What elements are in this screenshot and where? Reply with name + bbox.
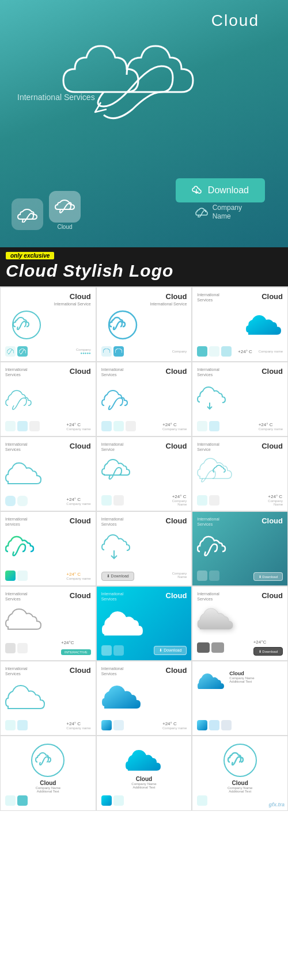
- cloud-download-icon: [192, 186, 203, 195]
- cell-16-title: Cloud: [70, 666, 91, 675]
- hero-section: Cloud International Services Download: [0, 0, 288, 247]
- cell-7-temp: +24° C: [66, 497, 90, 502]
- mini-icon-4: [113, 346, 124, 357]
- mini-icon-21: [209, 495, 219, 506]
- hero-icon-2[interactable]: [49, 191, 81, 223]
- cell-15-icons: [197, 642, 224, 653]
- cell-9-title: Cloud: [262, 442, 283, 451]
- cell-11-dl-btn-wrap[interactable]: ⬇ Download: [101, 569, 134, 581]
- cell-5-temp: +24° C: [162, 422, 187, 427]
- cell-16-company: Company name: [66, 726, 90, 730]
- cell-18-text: Cloud Company NameAdditional Text: [229, 671, 254, 683]
- cell-16-temp: +24° C: [66, 721, 90, 726]
- mini-icon-43: [197, 795, 207, 806]
- cell-4-cloud: [5, 377, 91, 419]
- grid-cell-13: InternationalServices Cloud +24°C INTERA…: [0, 586, 96, 661]
- cell-15-cloud: [197, 602, 283, 637]
- page-title: Cloud Stylish Logo: [0, 260, 288, 282]
- mini-icon-36: [197, 720, 207, 730]
- cell-2-company: Company: [172, 350, 187, 353]
- grid-cell-5: InternationalServices Cloud +24° C Compa…: [96, 362, 192, 437]
- cell-4-subtitle: InternationalServices: [5, 367, 28, 377]
- cell-12-subtitle: InternationalServices: [197, 516, 219, 527]
- cell-12-download-button[interactable]: ⬇ Download: [253, 572, 283, 581]
- cell-13-title: Cloud: [70, 591, 91, 600]
- mini-icon-2: [17, 346, 28, 357]
- mini-icon-14: [197, 421, 207, 431]
- cell-8-icons: [101, 495, 124, 506]
- hero-company-icon: [195, 207, 208, 217]
- cell-15-title: Cloud: [262, 591, 283, 600]
- grid-section: Cloud International Service Company●●●●●…: [0, 286, 288, 811]
- cell-14-download-button[interactable]: ⬇ Download: [154, 646, 187, 655]
- mini-icon-20: [197, 495, 207, 506]
- cell-7-cloud: [5, 452, 91, 493]
- cell-18-icons: [197, 720, 283, 730]
- cell-1-bottom: Company●●●●●: [5, 346, 91, 357]
- mini-icon-31: [211, 642, 224, 653]
- cell-3-title: Cloud: [262, 292, 283, 301]
- cell-8-cloud: [101, 452, 187, 492]
- cell-20-title: Cloud: [125, 776, 162, 782]
- mini-icon-11: [101, 421, 112, 431]
- cell-8-company: CompanyName: [172, 499, 187, 506]
- hero-intl-services: International Services: [17, 92, 95, 104]
- cell-5-bottom: +24° C Company name: [101, 421, 187, 431]
- cell-6-subtitle: InternationalServices: [197, 367, 219, 377]
- hero-download-button[interactable]: Download: [176, 178, 265, 202]
- grid-cell-7: InternationalServices Cloud +24° C Compa…: [0, 437, 96, 511]
- cell-8-title: Cloud: [166, 442, 187, 451]
- cell-9-icons: [197, 495, 219, 506]
- cell-17-title: Cloud: [166, 666, 187, 675]
- cell-4-company: Company name: [66, 427, 90, 431]
- cell-10-title: Cloud: [70, 516, 91, 526]
- cell-20-company: Company NameAdditional Text: [125, 782, 162, 789]
- cell-13-interactive-button[interactable]: INTERACTIVE: [61, 649, 91, 655]
- grid-cell-2: Cloud International Service Company: [96, 287, 192, 362]
- cell-3-cloud: [197, 303, 283, 344]
- hero-icon-1[interactable]: [12, 198, 43, 230]
- mini-icon-24: [197, 571, 207, 581]
- cell-5-subtitle: InternationalServices: [101, 367, 124, 377]
- cell-13-bottom: +24°C INTERACTIVE: [5, 640, 91, 656]
- cell-11-cloud: [101, 527, 187, 567]
- cell-11-download-button[interactable]: ⬇ Download: [101, 572, 134, 581]
- mini-icon-17: [17, 496, 28, 506]
- cell-15-download-button[interactable]: ⬇ Download: [253, 647, 283, 656]
- exclusive-tag: only exclusive: [6, 252, 54, 259]
- cell-1-subtitle: International Service: [5, 302, 91, 307]
- cell-3-subtitle: InternationalServices: [197, 292, 219, 303]
- cell-10-icons: [5, 571, 28, 581]
- cell-7-subtitle: InternationalServices: [5, 442, 28, 452]
- grid-cell-11: InternationalServices Cloud ⬇ Download C…: [96, 511, 192, 586]
- cell-6-temp: +24° C: [259, 422, 283, 427]
- hero-company: CompanyName: [195, 204, 242, 221]
- grid-cell-4: InternationalServices Cloud +24° C Compa…: [0, 362, 96, 437]
- cell-14-bottom: ⬇ Download: [101, 645, 187, 656]
- cell-13-cloud: [5, 602, 91, 638]
- mini-icon-27: [17, 643, 28, 653]
- cell-6-company: Company name: [259, 427, 283, 431]
- hero-icon-row: Cloud: [12, 191, 81, 230]
- cell-17-bottom: +24° C Company name: [101, 720, 187, 730]
- cell-4-title: Cloud: [70, 367, 91, 376]
- mini-icon-25: [209, 571, 219, 581]
- cell-21-title: Cloud: [223, 780, 257, 786]
- cell-14-cloud: [101, 602, 187, 643]
- hero-company-name: CompanyName: [213, 204, 242, 221]
- cell-20-cloud: Cloud Company NameAdditional Text: [101, 741, 187, 795]
- cell-21-cloud: Cloud Company NameAdditional Text: [197, 741, 283, 795]
- mini-icon-6: [209, 346, 219, 357]
- cell-10-temp: +24° C: [66, 572, 90, 577]
- mini-icon-15: [209, 421, 219, 431]
- mini-icon-9: [17, 421, 28, 431]
- grid-cell-19: Cloud Company NameAdditional Text: [0, 736, 96, 811]
- cell-1-title: Cloud: [5, 292, 91, 301]
- cell-1-icons: [5, 346, 28, 357]
- cell-9-cloud: [197, 452, 283, 492]
- mini-icon-3: [101, 346, 112, 357]
- grid-cell-14: InternationalServices Cloud ⬇ Download: [96, 586, 192, 661]
- cell-17-company: Company name: [162, 726, 187, 730]
- cell-18-content: Cloud Company NameAdditional Text: [197, 666, 283, 718]
- grid-cell-3: InternationalServices Cloud +24° C Compa…: [192, 287, 288, 362]
